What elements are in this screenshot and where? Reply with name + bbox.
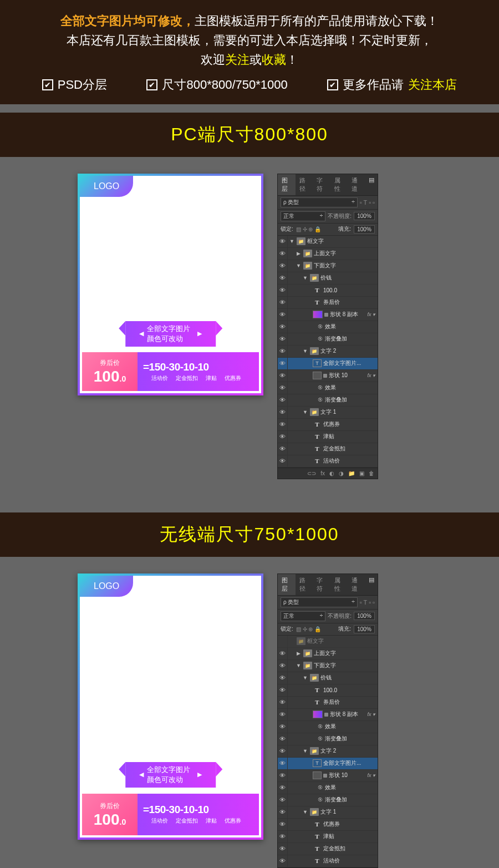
layer-text-dingjin[interactable]: 👁T定金抵扣 bbox=[278, 843, 378, 855]
layer-fx-label[interactable]: 👁⦿效果 bbox=[278, 382, 378, 394]
arrow-left-icon: ◀ bbox=[139, 771, 144, 778]
visibility-icon: 👁 bbox=[278, 394, 288, 406]
layer-fx-label[interactable]: 👁⦿效果 bbox=[278, 782, 378, 794]
visibility-icon: 👁 bbox=[278, 758, 288, 769]
panel-menu-icon[interactable]: ▤ bbox=[365, 574, 378, 595]
opacity-input[interactable]: 100% bbox=[354, 612, 375, 620]
tab-layers[interactable]: 图层 bbox=[278, 574, 296, 595]
layer-text-youhuiquan[interactable]: 👁T优惠券 bbox=[278, 819, 378, 831]
layer-shape-8[interactable]: 👁形状 8 副本fx ▾ bbox=[278, 309, 378, 321]
tab-properties[interactable]: 属性 bbox=[330, 174, 348, 195]
layers-panel-mobile: 图层 路径 字符 属性 通道 ▤ ρ 类型÷ ▫ T ▫ ▫ 正常÷ 不透明度:… bbox=[277, 573, 378, 868]
visibility-icon: 👁 bbox=[278, 297, 288, 308]
visibility-icon: 👁 bbox=[278, 382, 288, 394]
layer-text-jintie[interactable]: 👁T津贴 bbox=[278, 431, 378, 443]
layer-shape-8[interactable]: 👁形状 8 副本fx ▾ bbox=[278, 709, 378, 721]
layer-fx-gradient[interactable]: 👁⦿渐变叠加 bbox=[278, 794, 378, 806]
layer-text-coupon[interactable]: 👁T券后价 bbox=[278, 297, 378, 309]
layer-text-all-selected[interactable]: 👁T全部文字图片... bbox=[278, 758, 378, 770]
mobile-section: 无线端尺寸750*1000 LOGO ◀ 全部文字图片颜色可改动 ▶ 券后价 1… bbox=[0, 504, 499, 868]
feature-more: ✔ 更多作品请关注本店 bbox=[327, 77, 457, 93]
filter-type-dropdown[interactable]: ρ 类型÷ bbox=[281, 197, 358, 207]
check-icon: ✔ bbox=[146, 79, 157, 90]
blend-mode-dropdown[interactable]: 正常÷ bbox=[281, 211, 325, 221]
tab-channels[interactable]: 通道 bbox=[348, 174, 365, 195]
tab-properties[interactable]: 属性 bbox=[330, 574, 348, 595]
mobile-section-title: 无线端尺寸750*1000 bbox=[0, 512, 499, 557]
visibility-icon: 👁 bbox=[278, 782, 288, 794]
visibility-icon: 👁 bbox=[278, 745, 288, 757]
layer-folder-top-text[interactable]: 👁▶📁上面文字 bbox=[278, 248, 378, 260]
panel-footer: ⊂⊃ fx ◐ ◑ 📁 ▣ 🗑 bbox=[278, 468, 378, 479]
blend-mode-dropdown[interactable]: 正常÷ bbox=[281, 611, 325, 621]
tab-character[interactable]: 字符 bbox=[313, 574, 330, 595]
layer-text-huodong[interactable]: 👁T活动价 bbox=[278, 455, 378, 468]
opacity-input[interactable]: 100% bbox=[354, 212, 375, 220]
layer-fx-label[interactable]: 👁⦿效果 bbox=[278, 321, 378, 333]
layer-folder-frame-partial[interactable]: 📁框文字 bbox=[278, 636, 378, 648]
visibility-icon: 👁 bbox=[278, 733, 288, 745]
tab-layers[interactable]: 图层 bbox=[278, 174, 296, 195]
layer-folder-text1[interactable]: 👁▼📁文字 1 bbox=[278, 806, 378, 819]
fx-icon[interactable]: fx bbox=[320, 470, 325, 476]
layer-folder-price[interactable]: 👁▼📁价钱 bbox=[278, 272, 378, 285]
visibility-icon: 👁 bbox=[278, 260, 288, 272]
link-icon[interactable]: ⊂⊃ bbox=[307, 470, 316, 476]
visibility-icon: 👁 bbox=[278, 672, 288, 684]
layer-shape-10[interactable]: 👁形状 10fx ▾ bbox=[278, 770, 378, 782]
tab-character[interactable]: 字符 bbox=[313, 174, 330, 195]
visibility-icon: 👁 bbox=[278, 697, 288, 708]
visibility-icon: 👁 bbox=[278, 272, 288, 284]
arrow-right-icon: ▶ bbox=[197, 771, 202, 778]
visibility-icon: 👁 bbox=[278, 770, 288, 781]
visibility-icon: 👁 bbox=[278, 709, 288, 720]
layer-fx-gradient[interactable]: 👁⦿渐变叠加 bbox=[278, 333, 378, 346]
layer-text-youhuiquan[interactable]: 👁T优惠券 bbox=[278, 419, 378, 431]
visibility-icon: 👁 bbox=[278, 431, 288, 443]
lock-icons[interactable]: ▧ ✢ ⊕ 🔒 bbox=[296, 626, 321, 632]
layer-fx-gradient[interactable]: 👁⦿渐变叠加 bbox=[278, 394, 378, 407]
visibility-icon: 👁 bbox=[278, 819, 288, 830]
check-icon: ✔ bbox=[327, 79, 338, 90]
visibility-icon: 👁 bbox=[278, 855, 288, 867]
trash-icon[interactable]: 🗑 bbox=[369, 470, 374, 476]
layer-folder-text1[interactable]: 👁▼📁文字 1 bbox=[278, 407, 378, 419]
visibility-icon: 👁 bbox=[278, 443, 288, 455]
filter-type-dropdown[interactable]: ρ 类型÷ bbox=[281, 597, 358, 607]
layer-folder-text2[interactable]: 👁▼📁文字 2 bbox=[278, 346, 378, 358]
layer-fx-gradient[interactable]: 👁⦿渐变叠加 bbox=[278, 733, 378, 745]
layer-text-100[interactable]: 👁T100.0 bbox=[278, 285, 378, 297]
logo-badge: LOGO bbox=[80, 176, 133, 197]
folder-icon[interactable]: 📁 bbox=[348, 470, 355, 476]
layer-folder-bottom-text[interactable]: 👁▼📁下面文字 bbox=[278, 660, 378, 672]
price-breakdown: =150-30-10-10 bbox=[143, 804, 253, 816]
layer-text-dingjin[interactable]: 👁T定金抵扣 bbox=[278, 443, 378, 455]
visibility-icon: 👁 bbox=[278, 236, 288, 247]
layer-text-jintie[interactable]: 👁T津贴 bbox=[278, 831, 378, 843]
fill-input[interactable]: 100% bbox=[354, 225, 375, 234]
tab-paths[interactable]: 路径 bbox=[296, 574, 313, 595]
layer-shape-10[interactable]: 👁形状 10fx ▾ bbox=[278, 370, 378, 382]
layer-folder-bottom-text[interactable]: 👁▼📁下面文字 bbox=[278, 260, 378, 272]
mask-icon[interactable]: ◐ bbox=[329, 470, 334, 476]
fill-input[interactable]: 100% bbox=[354, 625, 375, 633]
layer-folder-frame[interactable]: 👁▼📁框文字 bbox=[278, 236, 378, 248]
panel-menu-icon[interactable]: ▤ bbox=[365, 174, 378, 195]
layer-text-huodong[interactable]: 👁T活动价 bbox=[278, 855, 378, 867]
visibility-icon: 👁 bbox=[278, 684, 288, 696]
tab-paths[interactable]: 路径 bbox=[296, 174, 313, 195]
tab-channels[interactable]: 通道 bbox=[348, 574, 365, 595]
layer-text-all-selected[interactable]: 👁T全部文字图片... bbox=[278, 358, 378, 370]
layer-folder-top-text[interactable]: 👁▶📁上面文字 bbox=[278, 648, 378, 660]
new-icon[interactable]: ▣ bbox=[359, 470, 364, 476]
layer-folder-price[interactable]: 👁▼📁价钱 bbox=[278, 672, 378, 684]
layer-text-100[interactable]: 👁T100.0 bbox=[278, 684, 378, 697]
pc-section-title: PC端尺寸800*800 bbox=[0, 113, 499, 157]
adjust-icon[interactable]: ◑ bbox=[339, 470, 344, 476]
visibility-icon: 👁 bbox=[278, 831, 288, 842]
layer-fx-label[interactable]: 👁⦿效果 bbox=[278, 721, 378, 733]
layer-folder-text2[interactable]: 👁▼📁文字 2 bbox=[278, 745, 378, 758]
lock-icons[interactable]: ▧ ✢ ⊕ 🔒 bbox=[296, 226, 321, 232]
layer-text-coupon[interactable]: 👁T券后价 bbox=[278, 697, 378, 709]
price-strip: 券后价 100.0 =150-30-10-10 活动价 定金抵扣 津贴 优惠券 bbox=[82, 352, 259, 391]
